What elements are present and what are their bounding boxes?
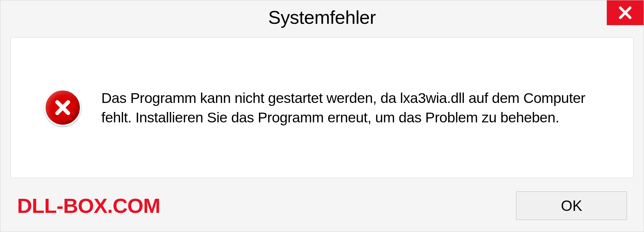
content-panel: Das Programm kann nicht gestartet werden…	[10, 37, 634, 178]
error-icon	[44, 89, 81, 126]
dialog-footer: DLL-BOX.COM OK	[0, 185, 644, 232]
close-icon	[618, 5, 633, 20]
titlebar: Systemfehler	[0, 0, 644, 34]
dialog-title: Systemfehler	[268, 6, 376, 28]
watermark-text: DLL-BOX.COM	[17, 194, 160, 218]
system-error-dialog: Systemfehler Das Programm kann nicht ges…	[0, 0, 644, 232]
x-icon	[53, 98, 72, 117]
ok-button[interactable]: OK	[516, 191, 627, 220]
error-icon-wrap	[44, 89, 81, 126]
error-message: Das Programm kann nicht gestartet werden…	[101, 88, 610, 127]
close-button[interactable]	[607, 0, 644, 25]
